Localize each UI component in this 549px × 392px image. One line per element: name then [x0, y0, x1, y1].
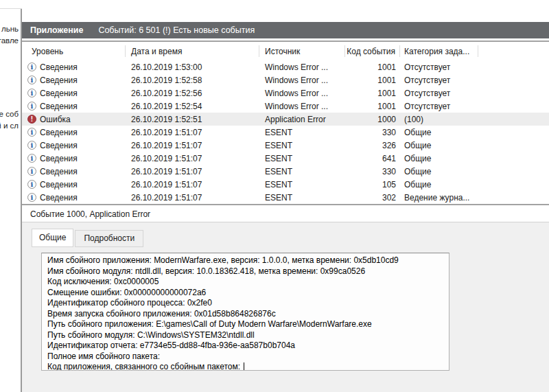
level-label: Сведения	[40, 128, 78, 137]
datetime-cell: 26.10.2019 1:52:56	[126, 89, 259, 98]
pane-splitter[interactable]	[22, 204, 549, 205]
event-preview-pane: Событие 1000, Application Error Общие По…	[22, 206, 549, 392]
detail-line: Код приложения, связанного со сбойным па…	[42, 362, 449, 371]
datetime-cell: 26.10.2019 1:52:51	[126, 115, 259, 124]
category-cell: (100)	[400, 115, 478, 124]
console-tree-pane[interactable]: льнь ставле е соб й и сл	[0, 9, 22, 392]
source-cell: ESENT	[259, 193, 345, 203]
event-id-cell: 1001	[345, 89, 400, 98]
tab-details[interactable]: Подробности	[75, 230, 143, 247]
source-cell: ESENT	[259, 180, 345, 189]
datetime-cell: 26.10.2019 1:52:58	[126, 76, 259, 85]
tab-general[interactable]: Общие	[32, 229, 73, 247]
info-icon: i	[27, 193, 36, 202]
info-icon: i	[27, 62, 36, 71]
event-id-cell: 105	[345, 180, 400, 189]
info-icon: i	[27, 180, 36, 189]
event-id-cell: 1000	[345, 115, 400, 124]
preview-tabs: Общие Подробности	[32, 229, 143, 247]
info-icon: i	[27, 141, 36, 150]
category-cell: Ведение журна...	[400, 193, 478, 203]
level-label: Сведения	[40, 62, 78, 72]
event-id-cell: 330	[345, 128, 400, 137]
level-label: Сведения	[40, 89, 78, 98]
event-id-cell: 1001	[345, 62, 400, 72]
column-header-eventid[interactable]: Код события	[345, 45, 400, 57]
table-row[interactable]: i Сведения 26.10.2019 1:51:07 ESENT 641 …	[22, 152, 549, 165]
column-header-empty	[478, 45, 549, 57]
category-cell: Общие	[400, 141, 478, 150]
detail-line: Смещение ошибки: 0x00000000000072a6	[42, 288, 449, 299]
source-cell: Application Error	[259, 115, 345, 124]
source-cell: Windows Error ...	[259, 62, 345, 72]
detail-line: Идентификатор сбойного процесса: 0x2fe0	[42, 298, 449, 309]
level-label: Сведения	[40, 102, 78, 111]
preview-title: Событие 1000, Application Error	[22, 206, 549, 222]
detail-line: Путь сбойного приложения: E:\games\Call …	[42, 319, 449, 330]
level-label: Ошибка	[40, 115, 71, 124]
tree-text-fragment: е соб	[0, 110, 19, 118]
detail-line: Имя сбойного модуля: ntdll.dll, версия: …	[42, 266, 449, 277]
datetime-cell: 26.10.2019 1:51:07	[126, 141, 259, 150]
info-icon: i	[27, 89, 36, 97]
table-row[interactable]: i Сведения 26.10.2019 1:51:07 ESENT 302 …	[22, 191, 549, 204]
event-general-text[interactable]: Имя сбойного приложения: ModernWarfare.e…	[41, 253, 449, 371]
tree-text-fragment: й и сл	[0, 122, 19, 130]
source-cell: ESENT	[259, 167, 345, 176]
table-row[interactable]: ! Ошибка 26.10.2019 1:52:51 Application …	[22, 113, 549, 126]
info-icon: i	[27, 102, 36, 111]
category-cell: Отсутствует	[400, 89, 478, 98]
category-cell: Общие	[400, 167, 478, 176]
source-cell: ESENT	[259, 154, 345, 163]
detail-line: Полное имя сбойного пакета:	[42, 351, 449, 362]
category-cell: Отсутствует	[400, 102, 478, 111]
log-titlebar: Приложение Событий: 6 501 (!) Есть новые…	[22, 22, 549, 38]
error-icon: !	[27, 115, 36, 124]
table-row[interactable]: i Сведения 26.10.2019 1:51:07 ESENT 105 …	[22, 178, 549, 191]
source-cell: ESENT	[259, 141, 345, 150]
detail-line: Путь сбойного модуля: C:\Windows\SYSTEM3…	[42, 330, 449, 341]
level-label: Сведения	[40, 141, 78, 150]
datetime-cell: 26.10.2019 1:51:07	[126, 128, 259, 137]
info-icon: i	[27, 76, 36, 84]
source-cell: Windows Error ...	[259, 102, 345, 111]
datetime-cell: 26.10.2019 1:51:07	[126, 180, 259, 189]
text-caret	[244, 362, 244, 371]
table-row[interactable]: i Сведения 26.10.2019 1:51:07 ESENT 330 …	[22, 165, 549, 178]
table-row[interactable]: i Сведения 26.10.2019 1:52:58 Windows Er…	[22, 73, 549, 87]
datetime-cell: 26.10.2019 1:53:00	[126, 62, 259, 72]
column-header-datetime[interactable]: Дата и время	[126, 45, 259, 57]
source-cell: ESENT	[259, 128, 345, 137]
category-cell: Общие	[400, 154, 478, 163]
event-id-cell: 641	[345, 154, 400, 163]
event-id-cell: 1001	[345, 76, 400, 85]
table-header: Уровень Дата и время Источник Код событи…	[22, 42, 549, 60]
category-cell: Отсутствует	[400, 62, 478, 72]
datetime-cell: 26.10.2019 1:51:07	[126, 193, 259, 203]
column-header-category[interactable]: Категория зада...	[400, 45, 478, 57]
event-table: Уровень Дата и время Источник Код событи…	[22, 41, 549, 205]
level-label: Сведения	[40, 193, 78, 203]
event-id-cell: 1001	[345, 102, 400, 111]
category-cell: Отсутствует	[400, 76, 478, 85]
table-row[interactable]: i Сведения 26.10.2019 1:51:07 ESENT 330 …	[22, 126, 549, 139]
table-row[interactable]: i Сведения 26.10.2019 1:52:54 Windows Er…	[22, 100, 549, 113]
table-row[interactable]: i Сведения 26.10.2019 1:52:56 Windows Er…	[22, 87, 549, 100]
table-row[interactable]: i Сведения 26.10.2019 1:51:07 ESENT 326 …	[22, 139, 549, 152]
event-table-body: i Сведения 26.10.2019 1:53:00 Windows Er…	[22, 60, 549, 204]
column-header-level[interactable]: Уровень	[22, 45, 126, 57]
tree-text-fragment: льнь	[1, 25, 19, 33]
detail-line: Имя сбойного приложения: ModernWarfare.e…	[42, 255, 449, 266]
detail-line: Код исключения: 0xc0000005	[42, 277, 449, 288]
level-label: Сведения	[40, 167, 78, 176]
category-cell: Общие	[400, 128, 478, 137]
table-row[interactable]: i Сведения 26.10.2019 1:53:00 Windows Er…	[22, 60, 549, 73]
level-label: Сведения	[40, 154, 78, 163]
column-header-source[interactable]: Источник	[259, 45, 345, 57]
event-id-cell: 330	[345, 167, 400, 176]
category-cell: Общие	[400, 180, 478, 189]
info-icon: i	[27, 167, 36, 176]
source-cell: Windows Error ...	[259, 89, 345, 98]
datetime-cell: 26.10.2019 1:51:07	[126, 167, 259, 176]
info-icon: i	[27, 128, 36, 137]
